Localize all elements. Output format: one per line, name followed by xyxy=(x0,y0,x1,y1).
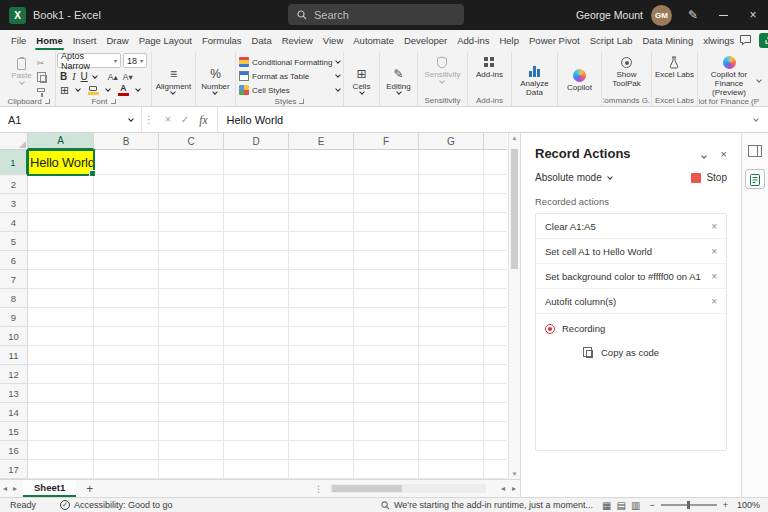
cell-G2[interactable] xyxy=(419,175,484,194)
cell-D4[interactable] xyxy=(224,213,289,232)
underline-dropdown-icon[interactable] xyxy=(92,73,98,79)
cell-F5[interactable] xyxy=(354,232,419,251)
cell-G7[interactable] xyxy=(419,270,484,289)
normal-view-icon[interactable]: ▦ xyxy=(602,500,611,511)
dialog-launcher-icon[interactable] xyxy=(299,99,304,104)
cell-D16[interactable] xyxy=(224,441,289,460)
column-header-B[interactable]: B xyxy=(94,133,159,150)
cell-G15[interactable] xyxy=(419,422,484,441)
vertical-scroll-thumb[interactable] xyxy=(511,149,518,269)
cell-A9[interactable] xyxy=(28,308,94,327)
cell-B6[interactable] xyxy=(94,251,159,270)
row-header-2[interactable]: 2 xyxy=(0,175,28,194)
cancel-entry-icon[interactable]: × xyxy=(165,114,171,125)
tab-view[interactable]: View xyxy=(318,30,348,50)
tab-home[interactable]: Home xyxy=(31,30,67,50)
cell-D8[interactable] xyxy=(224,289,289,308)
underline-button[interactable]: U xyxy=(81,71,88,82)
cell-B11[interactable] xyxy=(94,346,159,365)
cell-partial-13[interactable] xyxy=(484,384,507,403)
sheet-nav-right-icon[interactable]: ▸ xyxy=(10,484,20,493)
avatar[interactable]: GM xyxy=(651,5,672,26)
cell-B12[interactable] xyxy=(94,365,159,384)
font-color-icon[interactable]: A xyxy=(117,85,129,96)
row-header-15[interactable]: 15 xyxy=(0,422,28,441)
cell-A15[interactable] xyxy=(28,422,94,441)
tab-power-pivot[interactable]: Power Pivot xyxy=(524,30,585,50)
tab-insert[interactable]: Insert xyxy=(68,30,102,50)
panel-close-icon[interactable]: × xyxy=(721,148,727,160)
cell-A6[interactable] xyxy=(28,251,94,270)
cell-C6[interactable] xyxy=(159,251,224,270)
sensitivity-button[interactable]: Sensitivity xyxy=(423,53,461,83)
cell-F17[interactable] xyxy=(354,460,419,479)
font-color-dropdown-icon[interactable] xyxy=(135,86,141,92)
tab-review[interactable]: Review xyxy=(277,30,318,50)
cell-D3[interactable] xyxy=(224,194,289,213)
recorded-action-item[interactable]: Set background color to #ffff00 on A1× xyxy=(536,264,726,289)
cell-A16[interactable] xyxy=(28,441,94,460)
cell-G9[interactable] xyxy=(419,308,484,327)
cell-C8[interactable] xyxy=(159,289,224,308)
cell-F4[interactable] xyxy=(354,213,419,232)
cell-E4[interactable] xyxy=(289,213,354,232)
cell-C14[interactable] xyxy=(159,403,224,422)
cell-F2[interactable] xyxy=(354,175,419,194)
delete-action-icon[interactable]: × xyxy=(711,296,717,307)
cell-E12[interactable] xyxy=(289,365,354,384)
cell-F9[interactable] xyxy=(354,308,419,327)
cell-partial-8[interactable] xyxy=(484,289,507,308)
column-header-E[interactable]: E xyxy=(289,133,354,150)
cell-F14[interactable] xyxy=(354,403,419,422)
select-all-corner[interactable] xyxy=(0,133,28,150)
font-size-combo[interactable]: 18▾ xyxy=(123,53,147,68)
cell-A12[interactable] xyxy=(28,365,94,384)
cell-B8[interactable] xyxy=(94,289,159,308)
cell-E2[interactable] xyxy=(289,175,354,194)
cell-G16[interactable] xyxy=(419,441,484,460)
row-header-8[interactable]: 8 xyxy=(0,289,28,308)
recorded-action-item[interactable]: Set cell A1 to Hello World× xyxy=(536,239,726,264)
insert-function-icon[interactable]: fx xyxy=(199,114,207,126)
number-button[interactable]: % Number xyxy=(200,65,230,95)
cell-F13[interactable] xyxy=(354,384,419,403)
format-painter-icon[interactable] xyxy=(37,86,47,96)
fill-color-dropdown-icon[interactable] xyxy=(105,86,111,92)
recorded-action-item[interactable]: Autofit column(s)× xyxy=(536,289,726,314)
cell-G3[interactable] xyxy=(419,194,484,213)
analyze-data-button[interactable]: Analyze Data xyxy=(513,62,556,98)
delete-action-icon[interactable]: × xyxy=(711,221,717,232)
cell-partial-14[interactable] xyxy=(484,403,507,422)
cell-E17[interactable] xyxy=(289,460,354,479)
cell-partial-9[interactable] xyxy=(484,308,507,327)
zoom-level[interactable]: 100% xyxy=(737,500,760,510)
add-sheet-button[interactable]: + xyxy=(86,482,93,496)
tab-developer[interactable]: Developer xyxy=(399,30,452,50)
cell-styles-button[interactable]: Cell Styles xyxy=(237,83,342,97)
cell-partial-4[interactable] xyxy=(484,213,507,232)
recorded-action-item[interactable]: Clear A1:A5× xyxy=(536,214,726,239)
delete-action-icon[interactable]: × xyxy=(711,271,717,282)
cell-D13[interactable] xyxy=(224,384,289,403)
confirm-entry-icon[interactable]: ✓ xyxy=(181,114,189,125)
cell-F15[interactable] xyxy=(354,422,419,441)
cell-E6[interactable] xyxy=(289,251,354,270)
hscroll-right-icon[interactable]: ▸ xyxy=(512,484,516,493)
cell-partial-16[interactable] xyxy=(484,441,507,460)
sheet-nav-left-icon[interactable]: ◂ xyxy=(0,484,10,493)
cell-B10[interactable] xyxy=(94,327,159,346)
cell-B15[interactable] xyxy=(94,422,159,441)
cell-A13[interactable] xyxy=(28,384,94,403)
sheet-bar-dots-icon[interactable]: ⋮ xyxy=(314,484,323,494)
italic-button[interactable]: I xyxy=(72,71,75,82)
cell-D17[interactable] xyxy=(224,460,289,479)
cell-D1[interactable] xyxy=(224,150,289,175)
name-box-dropdown-icon[interactable] xyxy=(128,116,134,122)
cell-C1[interactable] xyxy=(159,150,224,175)
dialog-launcher-icon[interactable] xyxy=(45,99,50,104)
accessibility-status[interactable]: ✓ Accessibility: Good to go xyxy=(60,500,173,510)
mode-chevron-icon[interactable] xyxy=(607,174,613,180)
cell-D2[interactable] xyxy=(224,175,289,194)
bold-button[interactable]: B xyxy=(60,71,67,82)
cell-B16[interactable] xyxy=(94,441,159,460)
